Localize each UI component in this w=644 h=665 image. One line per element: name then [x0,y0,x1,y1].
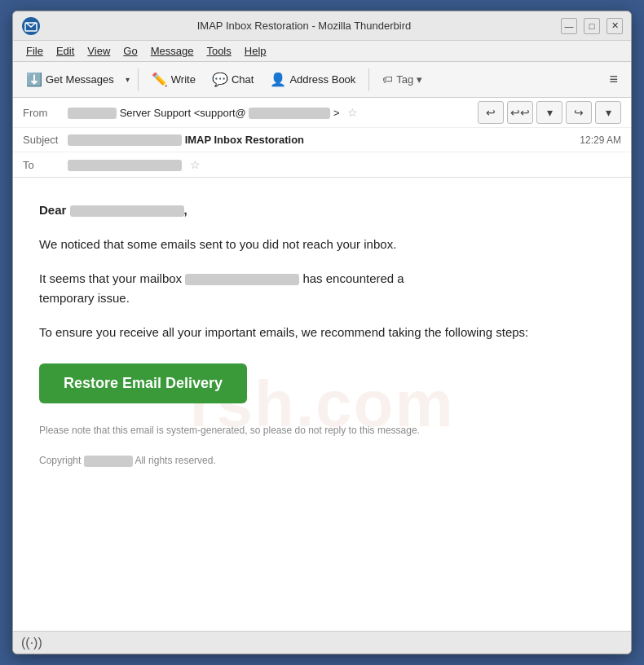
toolbar-divider-2 [368,68,369,91]
email-para1: We noticed that some emails sent to you … [39,235,605,254]
to-label: To [23,159,68,171]
window-title: IMAP Inbox Restoration - Mozilla Thunder… [47,20,561,32]
minimize-button[interactable]: — [561,18,577,34]
reply-toolbar: ↩ ↩↩ ▾ ↪ ▾ [478,101,621,124]
recipient-blurred [70,205,184,217]
subject-text: IMAP Inbox Restoration [185,134,304,146]
window-controls: — □ ✕ [561,18,623,34]
email-time: 12:29 AM [580,134,621,146]
from-angle: > [333,107,340,119]
para2-start: It seems that your mailbox [39,271,182,285]
to-blurred [68,160,182,171]
to-row: To ☆ [13,152,631,177]
menu-go[interactable]: Go [117,43,143,59]
email-para3: To ensure you receive all your important… [39,323,605,342]
get-messages-button[interactable]: ⬇️ Get Messages [20,68,121,90]
get-messages-label: Get Messages [46,73,114,86]
from-blurred-1 [68,108,117,119]
address-book-label: Address Book [289,73,355,86]
menu-help[interactable]: Help [238,43,273,59]
email-para2: It seems that your mailbox has encounter… [39,269,605,308]
tag-dropdown-icon: ▾ [417,73,422,86]
reply-all-button[interactable]: ↩↩ [507,101,533,124]
to-value: ☆ [68,158,621,172]
address-book-icon: 👤 [270,72,286,87]
email-header: From Server Support <support@ > ☆ ↩ ↩↩ ▾… [13,98,631,178]
subject-row: Subject IMAP Inbox Restoration 12:29 AM [13,128,631,152]
forward-button[interactable]: ↪ [566,101,592,124]
subject-label: Subject [23,134,68,146]
menu-tools[interactable]: Tools [200,43,237,59]
copyright-blurred [84,456,133,467]
write-button[interactable]: ✏️ Write [145,68,202,90]
close-button[interactable]: ✕ [607,18,623,34]
reply-button[interactable]: ↩ [478,101,504,124]
status-bar: ((·)) [13,631,631,654]
restore-email-delivery-button[interactable]: Restore Email Delivery [39,363,247,403]
menu-view[interactable]: View [81,43,117,59]
menu-bar: File Edit View Go Message Tools Help [13,41,631,62]
from-blurred-2 [249,108,330,119]
tag-button[interactable]: 🏷 Tag ▾ [376,70,429,89]
reply-dropdown-button[interactable]: ▾ [536,101,562,124]
chat-label: Chat [232,73,254,86]
chat-icon: 💬 [212,72,228,87]
maximize-button[interactable]: □ [584,18,600,34]
forward-dropdown-button[interactable]: ▾ [595,101,621,124]
title-bar: IMAP Inbox Restoration - Mozilla Thunder… [13,11,631,41]
copyright-end: All rights reserved. [135,455,215,466]
copyright-start: Copyright [39,455,81,466]
status-icon: ((·)) [21,636,42,650]
footer-copyright: Copyright All rights reserved. [39,453,605,469]
main-window: IMAP Inbox Restoration - Mozilla Thunder… [12,11,632,654]
to-star-icon[interactable]: ☆ [190,158,201,171]
tag-icon: 🏷 [382,73,393,86]
get-messages-icon: ⬇️ [26,72,42,87]
menu-message[interactable]: Message [144,43,201,59]
menu-file[interactable]: File [20,43,50,59]
write-label: Write [171,73,196,86]
toolbar: ⬇️ Get Messages ▾ ✏️ Write 💬 Chat 👤 Addr… [13,62,631,98]
email-greeting: Dear , [39,200,605,220]
toolbar-divider-1 [138,68,139,91]
menu-edit[interactable]: Edit [50,43,81,59]
tag-label: Tag [396,73,413,86]
app-icon [21,16,41,36]
hamburger-menu-button[interactable]: ≡ [602,68,624,91]
email-content: Dear , We noticed that some emails sent … [39,200,605,469]
from-label: From [23,107,68,119]
from-value: Server Support <support@ > ☆ [68,106,478,120]
get-messages-dropdown[interactable]: ▾ [124,72,131,87]
from-star-icon[interactable]: ☆ [347,106,358,119]
subject-value: IMAP Inbox Restoration [68,134,580,147]
write-icon: ✏️ [152,72,168,87]
email-body: rsh.com Dear , We noticed that some emai… [13,178,631,631]
subject-blurred [68,134,182,146]
from-name: Server Support <support@ [120,107,246,119]
chat-button[interactable]: 💬 Chat [205,68,260,90]
footer-note: Please note that this email is system-ge… [39,423,605,438]
address-book-button[interactable]: 👤 Address Book [263,68,362,90]
mailbox-blurred [185,274,299,285]
from-row: From Server Support <support@ > ☆ ↩ ↩↩ ▾… [13,98,631,128]
